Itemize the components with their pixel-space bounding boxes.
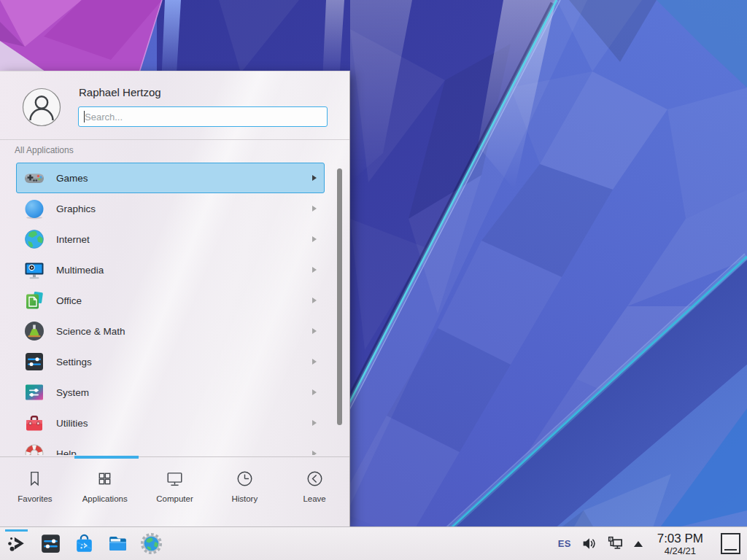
active-tab-indicator: [74, 456, 139, 459]
tab-label: Favorites: [18, 494, 52, 503]
taskbar-panel: ES 7:03 PM 4/24/21: [0, 526, 747, 560]
gamepad-icon: [23, 166, 46, 190]
menu-item-label: Science & Math: [56, 326, 125, 337]
monitor-play-icon: [23, 258, 46, 281]
menu-item-label: Graphics: [56, 203, 96, 214]
tab-leave[interactable]: Leave: [279, 457, 349, 526]
file-manager-icon: [106, 532, 130, 556]
discover-store-icon: [72, 532, 96, 556]
clock-time: 7:03 PM: [657, 532, 703, 545]
menu-item-internet[interactable]: Internet: [16, 224, 325, 254]
application-launcher-panel: Raphael Hertzog All Applications Gam: [0, 71, 350, 526]
user-avatar-icon: [22, 88, 61, 127]
graphics-ball-icon: [23, 197, 46, 220]
submenu-arrow-icon: [312, 175, 317, 181]
flask-icon: [23, 319, 46, 343]
menu-item-label: Multimedia: [56, 265, 104, 276]
tab-label: Leave: [303, 494, 325, 503]
tab-applications[interactable]: Applications: [70, 457, 140, 526]
system-tray: ES 7:03 PM 4/24/21: [558, 532, 747, 556]
tab-favorites[interactable]: Favorites: [0, 457, 70, 526]
tab-history[interactable]: History: [209, 457, 279, 526]
toolbox-icon: [23, 411, 46, 435]
digital-clock[interactable]: 7:03 PM 4/24/21: [657, 532, 703, 556]
tab-label: Applications: [82, 494, 128, 503]
footer-tabbar: Favorites Applications Computer H: [0, 456, 349, 526]
submenu-arrow-icon: [312, 420, 317, 426]
application-launcher-button[interactable]: [0, 527, 34, 560]
menu-item-label: Games: [56, 173, 88, 184]
submenu-arrow-icon: [312, 267, 317, 273]
search-box: [78, 106, 328, 127]
submenu-arrow-icon: [312, 389, 317, 395]
desktop: Raphael Hertzog All Applications Gam: [0, 0, 747, 560]
system-settings-button[interactable]: [34, 527, 67, 560]
active-task-indicator: [5, 529, 28, 532]
grid-icon: [95, 469, 115, 489]
submenu-arrow-icon: [312, 298, 317, 303]
keyboard-layout-indicator[interactable]: ES: [558, 538, 571, 549]
submenu-arrow-icon: [312, 359, 317, 365]
submenu-arrow-icon: [312, 206, 317, 211]
menu-item-label: Utilities: [56, 418, 88, 429]
computer-icon: [165, 469, 185, 489]
menu-item-utilities[interactable]: Utilities: [16, 408, 325, 438]
menu-item-multimedia[interactable]: Multimedia: [16, 254, 325, 285]
menu-item-label: Help: [56, 448, 77, 456]
tab-label: Computer: [156, 494, 193, 503]
system-sliders-icon: [23, 381, 46, 404]
menu-item-science-math[interactable]: Science & Math: [16, 316, 325, 346]
tab-computer[interactable]: Computer: [140, 457, 210, 526]
kickoff-launcher-icon: [5, 532, 29, 556]
bookmark-icon: [25, 469, 44, 489]
section-label: All Applications: [15, 145, 74, 155]
menu-item-system[interactable]: System: [16, 377, 325, 408]
show-desktop-button[interactable]: [721, 533, 740, 554]
submenu-arrow-icon: [312, 236, 317, 242]
submenu-arrow-icon: [312, 451, 317, 455]
web-browser-button[interactable]: [134, 527, 168, 560]
clock-date: 4/24/21: [665, 545, 696, 556]
documents-icon: [23, 289, 46, 312]
text-caret: [84, 111, 85, 122]
clock-icon: [235, 469, 255, 489]
app-category-list: Games Graphics: [0, 163, 350, 455]
user-name: Raphael Hertzog: [79, 86, 161, 98]
menu-item-label: Settings: [56, 357, 92, 368]
volume-icon[interactable]: [581, 536, 597, 551]
tab-label: History: [231, 494, 258, 503]
discover-store-button[interactable]: [67, 527, 101, 560]
file-manager-button[interactable]: [101, 527, 134, 560]
menu-item-games[interactable]: Games: [16, 163, 325, 193]
expand-tray-arrow-icon[interactable]: [634, 541, 643, 547]
scrollbar-thumb[interactable]: [337, 168, 342, 425]
menu-item-label: System: [56, 387, 89, 398]
system-settings-icon: [39, 532, 63, 556]
user-avatar[interactable]: [22, 88, 61, 127]
globe-icon: [23, 228, 46, 251]
menu-item-graphics[interactable]: Graphics: [16, 193, 325, 224]
sliders-icon: [23, 350, 46, 373]
leave-icon: [305, 469, 325, 489]
web-browser-icon: [139, 532, 163, 556]
lifebuoy-icon: [23, 442, 46, 455]
menu-item-label: Internet: [56, 234, 90, 245]
wired-network-icon[interactable]: [607, 535, 624, 552]
menu-item-label: Office: [56, 295, 82, 306]
search-input[interactable]: [79, 107, 327, 126]
launcher-header: Raphael Hertzog: [0, 71, 349, 139]
header-divider: [0, 139, 349, 140]
menu-item-settings[interactable]: Settings: [16, 346, 325, 377]
menu-item-office[interactable]: Office: [16, 285, 325, 316]
menu-item-help[interactable]: Help: [16, 438, 325, 455]
submenu-arrow-icon: [312, 328, 317, 334]
